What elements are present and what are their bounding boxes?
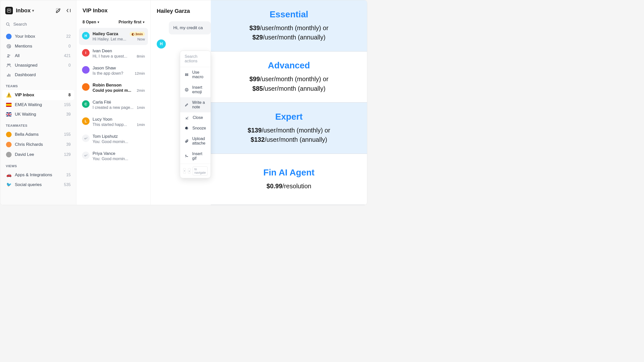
conversation-avatar: I: [82, 49, 90, 57]
conversation-avatar: [82, 66, 90, 74]
snooze-icon: [185, 126, 189, 130]
list-title: VIP Inbox: [79, 4, 148, 20]
action-menu-footer: ↑ ↓ to navigate: [180, 164, 211, 178]
arrow-up-key: ↑: [183, 168, 186, 174]
collapse-icon[interactable]: [66, 8, 71, 13]
app-left: Inbox ▾ Search Your Inbox 22 Mentions 0 …: [0, 0, 211, 205]
avatar: [6, 132, 12, 137]
group-icon: [6, 63, 12, 68]
team-icon: ⚠️: [6, 92, 12, 98]
sidebar-header: Inbox ▾: [0, 4, 76, 19]
conversation-item[interactable]: Robin Benson Could you point m...2min: [79, 79, 148, 96]
attach-icon: [185, 139, 189, 143]
sidebar-title[interactable]: Inbox ▾: [16, 7, 56, 14]
svg-point-12: [9, 64, 10, 65]
tier-price: $0.99/resolution: [267, 182, 311, 191]
search-input[interactable]: Search: [0, 19, 76, 31]
team-vip-inbox[interactable]: ⚠️ VIP Inbox 8: [2, 90, 74, 100]
note-icon: [185, 103, 189, 107]
svg-rect-14: [8, 74, 9, 77]
action-attach[interactable]: Upload attache: [180, 133, 211, 149]
svg-point-19: [186, 89, 186, 89]
sender-avatar: H: [157, 39, 166, 49]
action-note[interactable]: Write a note: [180, 97, 211, 112]
tier-fin-ai-agent: Fin AI Agent $0.99/resolution: [211, 154, 367, 205]
view-apps-&-integrations[interactable]: 🚗 Apps & Integrations 15: [0, 170, 76, 180]
team-emea-waiting[interactable]: EMEA Waiting 155: [0, 100, 76, 110]
action-snooze[interactable]: Snooze: [180, 123, 211, 133]
avatar-icon: [6, 34, 12, 39]
conversation-item[interactable]: Tom Lipshutz You: Good mornin...: [79, 130, 148, 148]
svg-rect-13: [7, 75, 8, 77]
action-emoji[interactable]: Insert emoji: [180, 82, 211, 97]
conversation-detail: Hailey Garza Hi, my credit ca H Search a…: [151, 0, 211, 205]
teams-section-label: TEAMS: [0, 80, 76, 90]
svg-rect-15: [10, 74, 10, 77]
action-close[interactable]: Close: [180, 112, 211, 123]
conversation-item[interactable]: Priya Vance You: Good mornin...: [79, 148, 148, 165]
search-icon: [6, 22, 10, 27]
chevron-down-icon: ▾: [98, 20, 99, 24]
svg-point-11: [7, 64, 9, 65]
tier-price: $99/user/month (monthly) or$85/user/mont…: [249, 74, 328, 93]
nav-all[interactable]: All 421: [0, 51, 76, 61]
view-icon: 🚗: [6, 172, 12, 177]
tier-name: Expert: [275, 112, 303, 122]
team-uk-waiting[interactable]: UK Waiting 39: [0, 110, 76, 119]
app-container: Inbox ▾ Search Your Inbox 22 Mentions 0 …: [0, 0, 367, 205]
tier-expert: Expert $139/user/month (monthly) or$132/…: [211, 103, 367, 154]
tier-name: Fin AI Agent: [263, 167, 315, 177]
tier-name: Essential: [270, 9, 308, 19]
nav-mentions[interactable]: Mentions 0: [0, 41, 76, 51]
teammate-bella-adams[interactable]: Bella Adams 155: [0, 129, 76, 140]
message-bubble: Hi, my credit ca: [169, 21, 211, 34]
intercom-icon: [7, 8, 11, 13]
tier-price: $139/user/month (monthly) or$132/user/mo…: [248, 126, 330, 145]
conversation-item[interactable]: Jason Shaw Is the app down?12min: [79, 62, 148, 79]
arrow-down-key: ↓: [188, 168, 191, 174]
gif-icon: [185, 154, 189, 158]
compose-icon[interactable]: [56, 8, 61, 13]
conversation-avatar: C: [82, 100, 90, 108]
teammate-david-lee[interactable]: David Lee 129: [0, 150, 76, 160]
avatar: [6, 152, 12, 157]
emoji-icon: [185, 88, 189, 92]
svg-rect-16: [185, 74, 188, 74]
chevron-down-icon: ▾: [143, 20, 144, 24]
people-icon: [6, 53, 12, 58]
nav-dashboard[interactable]: Dashboard: [0, 70, 76, 80]
app-logo[interactable]: [5, 7, 13, 14]
conversation-list: VIP Inbox 8 Open▾ Priority first▾ H Hail…: [76, 0, 151, 205]
action-gif[interactable]: Insert gif: [180, 149, 211, 164]
tier-name: Advanced: [268, 60, 310, 70]
tier-essential: Essential $39/user/month (monthly) or$29…: [211, 0, 367, 52]
close-icon: [185, 116, 189, 120]
conversation-item[interactable]: I Ivan Deen Hi, I have a quest...8min: [79, 45, 148, 62]
team-icon: [6, 103, 12, 107]
avatar: [6, 142, 12, 147]
teammate-chris-richards[interactable]: Chris Richards 39: [0, 140, 76, 150]
conversation-item[interactable]: H Hailey Garza◐ 3min Hi Hailey. Let me..…: [79, 28, 148, 45]
view-social-queries[interactable]: 🐦 Social queries 535: [0, 180, 76, 190]
teammates-section-label: TEAMMATES: [0, 119, 76, 129]
view-icon: 🐦: [6, 182, 12, 187]
conversation-item[interactable]: C Carla Fité I created a new page...1min: [79, 96, 148, 113]
conversation-title: Hailey Garza: [151, 5, 211, 21]
conversation-item[interactable]: L Lucy Yoon This started happ...1min: [79, 113, 148, 130]
svg-point-7: [7, 44, 11, 48]
action-macro[interactable]: Use macro: [180, 67, 211, 82]
tier-price: $39/user/month (monthly) or$29/user/mont…: [249, 23, 328, 42]
action-search-input[interactable]: Search actions: [180, 51, 211, 67]
nav-your-inbox[interactable]: Your Inbox 22: [0, 31, 76, 41]
open-filter[interactable]: 8 Open▾: [83, 20, 99, 24]
sidebar: Inbox ▾ Search Your Inbox 22 Mentions 0 …: [0, 0, 76, 205]
sort-filter[interactable]: Priority first▾: [118, 20, 144, 24]
nav-unassigned[interactable]: Unassigned 0: [0, 61, 76, 70]
conversation-avatar: [82, 83, 90, 91]
team-icon: [6, 112, 12, 116]
reply-icon: [82, 152, 90, 159]
at-icon: [6, 44, 12, 49]
macro-icon: [185, 73, 189, 77]
svg-rect-17: [185, 75, 188, 76]
chevron-down-icon: ▾: [32, 9, 34, 13]
